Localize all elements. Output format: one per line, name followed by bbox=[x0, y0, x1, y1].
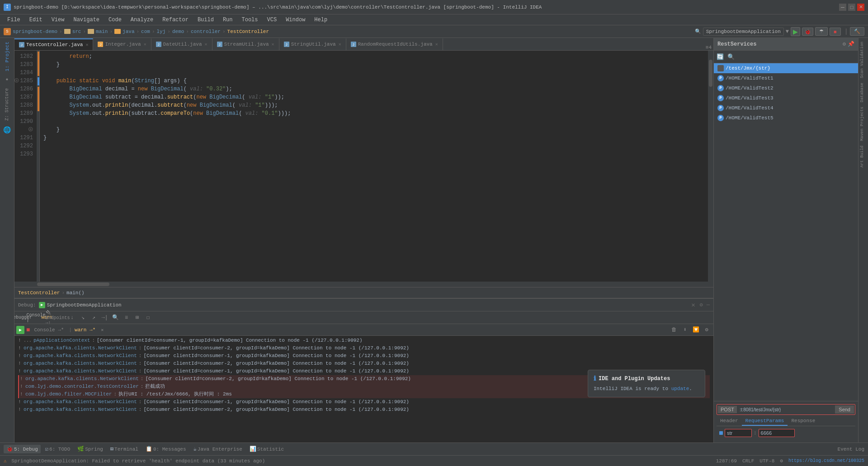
sidebar-structure-icon[interactable]: Z: Structure bbox=[4, 86, 10, 122]
run-cursor-btn[interactable]: →| bbox=[100, 313, 110, 323]
method-breadcrumb[interactable]: main() bbox=[66, 290, 85, 296]
step-into-btn[interactable]: ↘ bbox=[78, 313, 88, 323]
tab-streamutil[interactable]: J StreamUtil.java ✕ bbox=[212, 38, 279, 50]
menu-navigate[interactable]: Navigate bbox=[70, 16, 103, 24]
status-encoding[interactable]: CRLF bbox=[742, 458, 754, 464]
tab-dateutil[interactable]: J DateUtil.java ✕ bbox=[151, 38, 212, 50]
code-editor[interactable]: 1282 1283 1284 ▶ ⦾ 1285 1286 1287 1288 1… bbox=[14, 51, 713, 282]
coverage-button[interactable]: ☂ bbox=[815, 27, 828, 36]
rest-param-value[interactable] bbox=[759, 429, 795, 437]
right-tab-art-build[interactable]: Art Build bbox=[859, 144, 868, 169]
status-position[interactable]: 1287:69 bbox=[716, 458, 737, 464]
breadcrumb-main[interactable]: main bbox=[96, 29, 108, 34]
tab-stringutil[interactable]: J StringUtil.java ✕ bbox=[279, 38, 346, 50]
rest-method-button[interactable]: POST bbox=[718, 406, 737, 413]
step-over-btn[interactable]: ↓ bbox=[67, 313, 77, 323]
menu-build[interactable]: Build bbox=[194, 16, 217, 24]
editor-scrollbar[interactable] bbox=[708, 51, 713, 282]
menu-file[interactable]: File bbox=[4, 16, 24, 24]
tab-close-testcontroller[interactable]: ✕ bbox=[85, 42, 88, 47]
debug-settings-icon[interactable]: ⚙ bbox=[700, 301, 703, 308]
minimize-button[interactable]: ─ bbox=[839, 4, 846, 11]
rest-search-btn[interactable]: 🔍 bbox=[726, 52, 736, 61]
rest-url-input[interactable] bbox=[739, 406, 833, 413]
bottom-tab-statistic[interactable]: 📊 Statistic bbox=[247, 445, 287, 453]
bottom-tab-messages[interactable]: 📋 0: Messages bbox=[143, 445, 189, 453]
rest-item-jmx[interactable]: /test/Jmx/{str} bbox=[714, 63, 858, 73]
tab-randomputils[interactable]: J RandomRequestIdUtils.java ✕ bbox=[346, 38, 443, 50]
right-tab-scan[interactable]: Scan Validation bbox=[859, 40, 868, 80]
rest-tab-params[interactable]: RequestParams bbox=[742, 417, 788, 426]
bottom-tab-spring[interactable]: 🌿 Spring bbox=[75, 445, 106, 453]
rest-tab-header[interactable]: Header bbox=[717, 417, 742, 426]
sidebar-favorites-icon[interactable]: ★ bbox=[3, 75, 11, 85]
tab-testcontroller[interactable]: J TestController.java ✕ bbox=[14, 38, 93, 50]
menu-help[interactable]: Help bbox=[311, 16, 331, 24]
rest-item-validtest1[interactable]: P /HOME/ValidTest1 bbox=[714, 73, 858, 83]
breadcrumb-demo[interactable]: demo bbox=[172, 29, 184, 34]
tab-close-streamutil[interactable]: ✕ bbox=[272, 42, 274, 47]
tab-close-randomputils[interactable]: ✕ bbox=[435, 42, 438, 47]
endpoints-tab-btn[interactable]: 🔌 Endpoints →↑ bbox=[53, 313, 63, 323]
window-controls[interactable]: ─ □ ✕ bbox=[839, 4, 864, 11]
breadcrumb-project[interactable]: springboot-demo bbox=[13, 29, 57, 34]
breadcrumb-java[interactable]: java bbox=[123, 29, 134, 34]
tab-close-integer[interactable]: ✕ bbox=[144, 42, 146, 47]
menu-view[interactable]: View bbox=[48, 16, 68, 24]
rest-item-validtest3[interactable]: P /HOME/ValidTest3 bbox=[714, 93, 858, 103]
sidebar-project-icon[interactable]: 1: Project bbox=[4, 40, 11, 73]
breadcrumb-src[interactable]: src bbox=[72, 29, 81, 34]
warn-tab-label[interactable]: warn →* bbox=[75, 327, 95, 333]
debugger-tab-btn[interactable]: Debugger bbox=[16, 313, 26, 323]
bottom-tab-terminal[interactable]: ⊞ Terminal bbox=[108, 445, 141, 453]
rest-param-key[interactable] bbox=[725, 429, 752, 437]
status-blog-link[interactable]: https://blog.csdn.net/100325 bbox=[788, 458, 864, 463]
debug-pause-btn[interactable]: ■ bbox=[26, 326, 30, 334]
menu-code[interactable]: Code bbox=[105, 16, 125, 24]
maximize-button[interactable]: □ bbox=[848, 4, 855, 11]
evaluate-btn[interactable]: 🔍 bbox=[111, 313, 121, 323]
tab-integer[interactable]: J Integer.java ✕ bbox=[93, 38, 151, 50]
bottom-tab-enterprise[interactable]: ☕ Java Enterprise bbox=[191, 445, 245, 453]
console-scroll-btn[interactable]: ⬇ bbox=[680, 325, 690, 335]
threads-btn[interactable]: ⊞ bbox=[132, 313, 142, 323]
menu-window[interactable]: Window bbox=[282, 16, 309, 24]
debug-panel-close[interactable]: ✕ bbox=[691, 301, 695, 309]
rest-item-validtest5[interactable]: P /HOME/ValidTest5 bbox=[714, 113, 858, 123]
menu-edit[interactable]: Edit bbox=[26, 16, 46, 24]
breadcrumb-class[interactable]: TestController bbox=[227, 29, 269, 34]
right-tab-maven[interactable]: Maven Projects bbox=[859, 105, 868, 143]
run-button[interactable]: ▶ bbox=[791, 27, 800, 36]
tab-overflow-button[interactable]: ≡4 bbox=[704, 45, 713, 50]
rest-pin-icon[interactable]: 📌 bbox=[848, 41, 854, 47]
tab-close-dateutil[interactable]: ✕ bbox=[205, 42, 208, 47]
warn-close-btn[interactable]: ✕ bbox=[97, 325, 107, 335]
debug-app-name[interactable]: SpringbootDemoApplication bbox=[47, 302, 122, 308]
breadcrumb-com[interactable]: com bbox=[141, 29, 150, 34]
notification-update-link[interactable]: update bbox=[671, 386, 689, 391]
menu-run[interactable]: Run bbox=[219, 16, 236, 24]
menu-refactor[interactable]: Refactor bbox=[159, 16, 192, 24]
stop-button[interactable]: ■ bbox=[830, 28, 841, 36]
console-tab-btn[interactable]: Console | bbox=[31, 313, 41, 323]
frames-btn[interactable]: ≡ bbox=[122, 313, 132, 323]
status-charset[interactable]: UTF-8 bbox=[760, 458, 774, 464]
right-tab-database[interactable]: Database bbox=[859, 81, 868, 104]
console-filter-btn[interactable]: 🔽 bbox=[691, 325, 701, 335]
status-gear-icon[interactable]: ⚙ bbox=[780, 458, 783, 464]
bottom-tab-todo[interactable]: ☑ 6: TODO bbox=[42, 445, 73, 453]
class-breadcrumb[interactable]: TestController bbox=[18, 290, 60, 296]
bottom-tab-debug[interactable]: 🐞 5: Debug bbox=[4, 445, 41, 453]
event-log-link[interactable]: Event Log bbox=[838, 447, 864, 452]
rest-item-validtest4[interactable]: P /HOME/ValidTest4 bbox=[714, 103, 858, 113]
menu-tools[interactable]: Tools bbox=[238, 16, 262, 24]
memory-btn[interactable]: ☐ bbox=[143, 313, 153, 323]
run-config-name[interactable]: SpringbootDemoApplication bbox=[703, 28, 784, 36]
breadcrumb-lyj[interactable]: lyj bbox=[157, 29, 166, 34]
horizontal-scrollbar[interactable] bbox=[14, 282, 713, 287]
rest-settings-icon[interactable]: ⚙ bbox=[843, 41, 846, 47]
console-clear-btn[interactable]: 🗑 bbox=[669, 325, 679, 335]
step-out-btn[interactable]: ↗ bbox=[89, 313, 99, 323]
rest-item-validtest2[interactable]: P /HOME/ValidTest2 bbox=[714, 83, 858, 93]
code-content[interactable]: return; } public static void main(String… bbox=[40, 51, 708, 282]
